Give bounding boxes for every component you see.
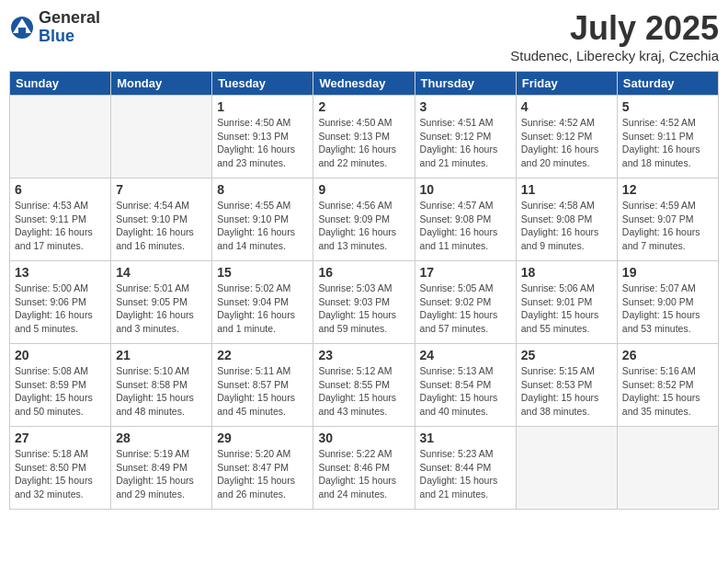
location-subtitle: Studenec, Liberecky kraj, Czechia (510, 48, 719, 63)
calendar-week-row: 20Sunrise: 5:08 AM Sunset: 8:59 PM Dayli… (10, 344, 719, 427)
calendar-cell: 15Sunrise: 5:02 AM Sunset: 9:04 PM Dayli… (212, 261, 313, 344)
calendar-cell: 26Sunrise: 5:16 AM Sunset: 8:52 PM Dayli… (617, 344, 718, 427)
calendar-cell: 2Sunrise: 4:50 AM Sunset: 9:13 PM Daylig… (313, 96, 415, 178)
calendar-cell: 6Sunrise: 4:53 AM Sunset: 9:11 PM Daylig… (10, 178, 111, 261)
day-number: 7 (116, 182, 207, 197)
day-header-saturday: Saturday (617, 72, 718, 96)
day-number: 26 (622, 348, 713, 362)
day-info: Sunrise: 4:58 AM Sunset: 9:08 PM Dayligh… (521, 199, 612, 253)
calendar-cell: 8Sunrise: 4:55 AM Sunset: 9:10 PM Daylig… (212, 178, 313, 261)
calendar-cell (10, 96, 111, 178)
calendar-cell: 17Sunrise: 5:05 AM Sunset: 9:02 PM Dayli… (415, 261, 516, 344)
day-number: 13 (15, 265, 106, 280)
calendar-cell: 1Sunrise: 4:50 AM Sunset: 9:13 PM Daylig… (212, 96, 313, 178)
day-header-thursday: Thursday (415, 72, 516, 96)
calendar-week-row: 1Sunrise: 4:50 AM Sunset: 9:13 PM Daylig… (10, 96, 719, 178)
day-info: Sunrise: 5:10 AM Sunset: 8:58 PM Dayligh… (116, 364, 207, 419)
day-number: 6 (15, 182, 106, 197)
day-number: 27 (15, 431, 106, 445)
day-number: 2 (318, 99, 409, 114)
calendar-cell: 3Sunrise: 4:51 AM Sunset: 9:12 PM Daylig… (415, 96, 516, 178)
calendar-cell: 18Sunrise: 5:06 AM Sunset: 9:01 PM Dayli… (516, 261, 617, 344)
day-number: 8 (217, 182, 308, 197)
day-header-wednesday: Wednesday (313, 72, 415, 96)
day-number: 16 (318, 265, 409, 280)
calendar-cell (516, 427, 617, 510)
day-number: 14 (116, 265, 207, 280)
logo-icon (9, 15, 35, 40)
day-header-tuesday: Tuesday (212, 72, 313, 96)
day-info: Sunrise: 5:13 AM Sunset: 8:54 PM Dayligh… (420, 364, 511, 419)
calendar-cell: 10Sunrise: 4:57 AM Sunset: 9:08 PM Dayli… (415, 178, 516, 261)
calendar-cell: 19Sunrise: 5:07 AM Sunset: 9:00 PM Dayli… (617, 261, 718, 344)
day-info: Sunrise: 5:08 AM Sunset: 8:59 PM Dayligh… (15, 364, 106, 419)
day-info: Sunrise: 5:12 AM Sunset: 8:55 PM Dayligh… (318, 364, 409, 419)
calendar-cell: 4Sunrise: 4:52 AM Sunset: 9:12 PM Daylig… (516, 96, 617, 178)
day-number: 10 (420, 182, 511, 197)
day-number: 3 (420, 99, 511, 114)
day-info: Sunrise: 4:59 AM Sunset: 9:07 PM Dayligh… (622, 199, 713, 253)
day-info: Sunrise: 4:52 AM Sunset: 9:12 PM Dayligh… (521, 116, 612, 170)
day-number: 25 (521, 348, 612, 362)
day-info: Sunrise: 4:55 AM Sunset: 9:10 PM Dayligh… (217, 199, 308, 253)
calendar-table: SundayMondayTuesdayWednesdayThursdayFrid… (9, 71, 719, 510)
month-year-title: July 2025 (510, 9, 719, 48)
day-info: Sunrise: 4:52 AM Sunset: 9:11 PM Dayligh… (622, 116, 713, 170)
day-number: 19 (622, 265, 713, 280)
calendar-cell: 12Sunrise: 4:59 AM Sunset: 9:07 PM Dayli… (617, 178, 718, 261)
calendar-cell: 20Sunrise: 5:08 AM Sunset: 8:59 PM Dayli… (10, 344, 111, 427)
day-number: 28 (116, 431, 207, 445)
day-info: Sunrise: 5:07 AM Sunset: 9:00 PM Dayligh… (622, 282, 713, 336)
day-info: Sunrise: 4:50 AM Sunset: 9:13 PM Dayligh… (217, 116, 308, 170)
calendar-cell: 23Sunrise: 5:12 AM Sunset: 8:55 PM Dayli… (313, 344, 415, 427)
calendar-cell: 11Sunrise: 4:58 AM Sunset: 9:08 PM Dayli… (516, 178, 617, 261)
calendar-cell: 5Sunrise: 4:52 AM Sunset: 9:11 PM Daylig… (617, 96, 718, 178)
calendar-cell: 22Sunrise: 5:11 AM Sunset: 8:57 PM Dayli… (212, 344, 313, 427)
calendar-cell: 31Sunrise: 5:23 AM Sunset: 8:44 PM Dayli… (415, 427, 516, 510)
calendar-cell: 9Sunrise: 4:56 AM Sunset: 9:09 PM Daylig… (313, 178, 415, 261)
day-number: 9 (318, 182, 409, 197)
calendar-cell: 13Sunrise: 5:00 AM Sunset: 9:06 PM Dayli… (10, 261, 111, 344)
day-number: 24 (420, 348, 511, 362)
calendar-cell: 28Sunrise: 5:19 AM Sunset: 8:49 PM Dayli… (111, 427, 212, 510)
calendar-cell (111, 96, 212, 178)
day-info: Sunrise: 5:00 AM Sunset: 9:06 PM Dayligh… (15, 282, 106, 336)
day-header-sunday: Sunday (10, 72, 111, 96)
calendar-cell: 16Sunrise: 5:03 AM Sunset: 9:03 PM Dayli… (313, 261, 415, 344)
day-info: Sunrise: 4:53 AM Sunset: 9:11 PM Dayligh… (15, 199, 106, 253)
day-info: Sunrise: 5:01 AM Sunset: 9:05 PM Dayligh… (116, 282, 207, 336)
day-info: Sunrise: 5:02 AM Sunset: 9:04 PM Dayligh… (217, 282, 308, 336)
day-info: Sunrise: 4:54 AM Sunset: 9:10 PM Dayligh… (116, 199, 207, 253)
day-number: 5 (622, 99, 713, 114)
day-number: 15 (217, 265, 308, 280)
day-info: Sunrise: 5:23 AM Sunset: 8:44 PM Dayligh… (420, 447, 511, 501)
day-info: Sunrise: 4:57 AM Sunset: 9:08 PM Dayligh… (420, 199, 511, 253)
day-number: 4 (521, 99, 612, 114)
day-info: Sunrise: 5:19 AM Sunset: 8:49 PM Dayligh… (116, 447, 207, 501)
title-block: July 2025 Studenec, Liberecky kraj, Czec… (510, 9, 719, 63)
day-info: Sunrise: 5:20 AM Sunset: 8:47 PM Dayligh… (217, 447, 308, 501)
calendar-cell: 30Sunrise: 5:22 AM Sunset: 8:46 PM Dayli… (313, 427, 415, 510)
day-info: Sunrise: 5:22 AM Sunset: 8:46 PM Dayligh… (318, 447, 409, 501)
calendar-cell: 21Sunrise: 5:10 AM Sunset: 8:58 PM Dayli… (111, 344, 212, 427)
calendar-cell: 14Sunrise: 5:01 AM Sunset: 9:05 PM Dayli… (111, 261, 212, 344)
day-number: 12 (622, 182, 713, 197)
day-number: 20 (15, 348, 106, 362)
page-header: General Blue July 2025 Studenec, Liberec… (9, 9, 719, 63)
calendar-cell: 25Sunrise: 5:15 AM Sunset: 8:53 PM Dayli… (516, 344, 617, 427)
day-info: Sunrise: 5:18 AM Sunset: 8:50 PM Dayligh… (15, 447, 106, 501)
day-info: Sunrise: 4:51 AM Sunset: 9:12 PM Dayligh… (420, 116, 511, 170)
day-info: Sunrise: 5:11 AM Sunset: 8:57 PM Dayligh… (217, 364, 308, 419)
day-number: 1 (217, 99, 308, 114)
day-info: Sunrise: 5:05 AM Sunset: 9:02 PM Dayligh… (420, 282, 511, 336)
calendar-header-row: SundayMondayTuesdayWednesdayThursdayFrid… (10, 72, 719, 96)
calendar-cell: 7Sunrise: 4:54 AM Sunset: 9:10 PM Daylig… (111, 178, 212, 261)
logo-general-text: General (39, 9, 100, 28)
logo: General Blue (9, 9, 100, 46)
day-info: Sunrise: 5:16 AM Sunset: 8:52 PM Dayligh… (622, 364, 713, 419)
day-info: Sunrise: 4:50 AM Sunset: 9:13 PM Dayligh… (318, 116, 409, 170)
day-number: 30 (318, 431, 409, 445)
day-number: 29 (217, 431, 308, 445)
calendar-cell: 29Sunrise: 5:20 AM Sunset: 8:47 PM Dayli… (212, 427, 313, 510)
day-number: 23 (318, 348, 409, 362)
